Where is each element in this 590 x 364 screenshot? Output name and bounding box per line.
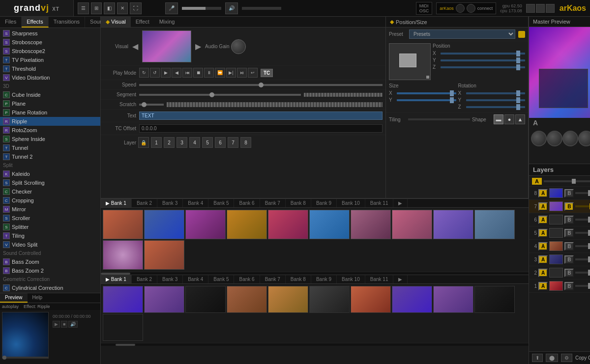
effect-threshold[interactable]: TThreshold [0, 64, 100, 73]
effect-sphere-inside[interactable]: SSphere Inside [0, 135, 100, 143]
media-thumb[interactable] [351, 210, 391, 239]
x-slider[interactable] [441, 53, 525, 55]
media-thumb[interactable] [227, 210, 267, 239]
media-thumb2[interactable] [185, 286, 226, 313]
effect-rotozoom[interactable]: RRotoZoom [0, 126, 100, 135]
bank2-tab-4[interactable]: Bank 4 [183, 275, 208, 283]
prev-btn[interactable]: ◧ [104, 2, 115, 14]
layer-lock-btn[interactable]: 🔒 [138, 137, 149, 148]
shape-triangle-btn[interactable]: ▲ [515, 114, 525, 124]
master-knob-4[interactable] [578, 131, 590, 146]
tab-effect[interactable]: Effect [131, 17, 154, 27]
media-thumb[interactable] [144, 210, 184, 239]
rot-x-slider[interactable] [466, 92, 526, 94]
media-thumb[interactable] [268, 210, 308, 239]
bank2-tab-1[interactable]: ▶ Bank 1 [101, 275, 132, 283]
layer-1-btn[interactable]: 1 [151, 137, 162, 148]
layer2-vol-slider[interactable] [575, 272, 590, 274]
tab-help[interactable]: Help [28, 293, 48, 303]
effect-plane-rotation[interactable]: PPlane Rotation [0, 108, 100, 117]
preview-stop-btn[interactable]: ■ [61, 321, 67, 328]
layer5-vol-slider[interactable] [575, 232, 590, 234]
effect-video-split[interactable]: VVideo Split [0, 240, 100, 249]
effect-tunnel2[interactable]: TTunnel 2 [0, 152, 100, 161]
layer5-a-btn[interactable]: A [538, 229, 548, 237]
media-thumb[interactable] [392, 210, 432, 239]
effect-mirror[interactable]: MMirror [0, 205, 100, 214]
rew-btn[interactable]: ⏮ [182, 68, 192, 78]
bank2-tab-2[interactable]: Bank 2 [132, 275, 157, 283]
pos-handle[interactable] [426, 76, 429, 79]
bank2-tab-11[interactable]: Bank 11 [365, 275, 394, 283]
layer6-a-btn[interactable]: A [538, 216, 548, 224]
layer4-a-btn[interactable]: A [538, 242, 548, 251]
layer-6-btn[interactable]: 6 [215, 137, 226, 148]
layer-7-btn[interactable]: 7 [228, 137, 238, 148]
effect-scroller[interactable]: SScroller [0, 214, 100, 223]
bank-tab-9[interactable]: Bank 9 [311, 199, 337, 207]
media-thumb2[interactable] [474, 286, 515, 313]
effect-sharpness[interactable]: SSharpness [0, 29, 100, 38]
layer7-b-btn[interactable]: B [564, 202, 574, 211]
text-input[interactable] [139, 112, 383, 120]
speed-slider[interactable] [139, 84, 383, 86]
ff-btn[interactable]: ⏩ [215, 68, 225, 78]
layer6-b-btn[interactable]: B [564, 216, 574, 224]
layer-8-btn[interactable]: 8 [240, 137, 251, 148]
media-thumb[interactable] [433, 210, 473, 239]
bank-tab-3[interactable]: Bank 3 [157, 199, 183, 207]
segment-slider[interactable] [139, 94, 301, 96]
loop2-btn[interactable]: ↺ [150, 68, 160, 78]
rev-btn[interactable]: ↩ [248, 68, 258, 78]
media-thumb[interactable] [309, 210, 350, 239]
tab-effects[interactable]: Effects [22, 17, 48, 28]
cut-btn[interactable]: ✕ [117, 2, 128, 14]
media-thumb2[interactable] [433, 286, 473, 313]
layer4-vol-slider[interactable] [575, 245, 590, 247]
tab-visual[interactable]: ◆Visual [101, 17, 131, 27]
layer7-vol-slider[interactable] [575, 205, 590, 207]
effect-tv-pixelation[interactable]: TTV Pixelation [0, 56, 100, 64]
tab-files[interactable]: Files [0, 17, 22, 28]
pause2-btn[interactable]: ⏯ [237, 68, 247, 78]
menu-btn[interactable]: ☰ [78, 2, 89, 14]
bank-tab-1[interactable]: ▶ Bank 1 [101, 199, 132, 207]
effect-tiling[interactable]: TTiling [0, 231, 100, 240]
effect-video-distortion[interactable]: VVideo Distortion [0, 73, 100, 82]
bank2-tab-7[interactable]: Bank 7 [260, 275, 286, 283]
effect-cylindrical[interactable]: CCylindrical Correction [0, 283, 100, 292]
layer6-vol-slider[interactable] [575, 219, 590, 221]
media-thumb[interactable] [474, 210, 515, 239]
bank-tab-5[interactable]: Bank 5 [208, 199, 234, 207]
master-knob-3[interactable] [562, 131, 578, 146]
media-thumb2[interactable] [227, 286, 267, 313]
layer-settings-btn[interactable]: ⚙ [561, 354, 572, 362]
rot-y-slider[interactable] [466, 99, 526, 101]
bank-tab-7[interactable]: Bank 7 [260, 199, 286, 207]
effect-splitter[interactable]: SSplitter [0, 223, 100, 231]
bank2-tab-9[interactable]: Bank 9 [311, 275, 337, 283]
layer3-a-btn[interactable]: A [538, 255, 548, 264]
preview-playhead[interactable] [2, 356, 6, 360]
effect-tunnel[interactable]: TTunnel [0, 143, 100, 152]
effect-checker[interactable]: CChecker [0, 187, 100, 196]
tc-offset-input[interactable] [139, 124, 383, 133]
media-thumb2[interactable] [392, 286, 432, 313]
vol-btn[interactable]: 🔊 [225, 2, 238, 14]
layer3-b-btn[interactable]: B [564, 255, 574, 264]
layer3-vol-slider[interactable] [575, 258, 590, 260]
bank2-tab-5[interactable]: Bank 5 [208, 275, 234, 283]
media-thumb2[interactable] [103, 286, 143, 313]
bank-tab-8[interactable]: Bank 8 [286, 199, 311, 207]
prev-frame-btn[interactable]: ◀ [172, 68, 181, 78]
layer4-b-btn[interactable]: B [564, 242, 574, 251]
stop-btn[interactable]: ⏹ [193, 68, 203, 78]
master-knob-1[interactable] [531, 131, 547, 146]
media-thumb2[interactable] [309, 286, 350, 313]
layer-2-btn[interactable]: 2 [164, 137, 175, 148]
effect-cube-inside[interactable]: CCube Inside [0, 90, 100, 99]
layer-3-btn[interactable]: 3 [177, 137, 187, 148]
bank2-tab-8[interactable]: Bank 8 [286, 275, 311, 283]
effect-stroboscope2[interactable]: SStroboscope2 [0, 47, 100, 56]
grid-btn[interactable]: ⊞ [91, 2, 102, 14]
